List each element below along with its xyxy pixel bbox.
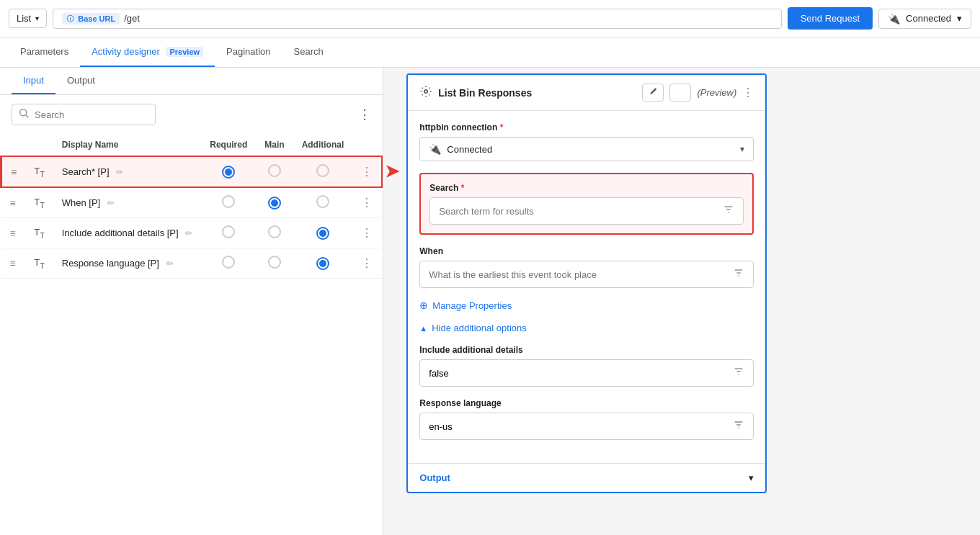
left-panel: Input Output ⋮ bbox=[0, 68, 383, 535]
edit-icon[interactable]: ✏ bbox=[107, 198, 115, 208]
when-section: When bbox=[419, 246, 754, 288]
panel-title: List Bin Responses bbox=[438, 87, 636, 99]
include-details-filter-icon[interactable] bbox=[733, 366, 744, 380]
manage-properties-button[interactable]: ⊕ Manage Properties bbox=[419, 300, 754, 311]
filter-icon-button[interactable] bbox=[723, 204, 734, 218]
tab-activity-designer[interactable]: Activity designer Preview bbox=[80, 37, 215, 67]
edit-icon[interactable]: ✏ bbox=[116, 167, 123, 177]
required-radio[interactable] bbox=[222, 225, 235, 238]
main-radio[interactable] bbox=[268, 225, 281, 238]
plug-icon: 🔌 bbox=[888, 13, 900, 24]
tab-parameters[interactable]: Parameters bbox=[9, 37, 80, 67]
sub-tabs: Input Output bbox=[0, 68, 383, 95]
include-details-input bbox=[419, 359, 754, 387]
hide-options-label: Hide additional options bbox=[432, 323, 527, 333]
additional-radio[interactable] bbox=[316, 227, 329, 240]
response-lang-label: Response language bbox=[419, 398, 754, 408]
drag-handle-icon[interactable]: ≡ bbox=[10, 228, 16, 239]
edit-icon[interactable]: ✏ bbox=[166, 258, 174, 269]
additional-radio[interactable] bbox=[316, 164, 329, 177]
tabs-bar: Parameters Activity designer Preview Pag… bbox=[0, 37, 980, 68]
output-section: Output ▾ bbox=[408, 463, 765, 492]
drag-handle-icon[interactable]: ≡ bbox=[10, 197, 16, 209]
when-input bbox=[419, 261, 754, 288]
row-menu-icon[interactable]: ⋮ bbox=[361, 257, 373, 269]
required-radio[interactable] bbox=[222, 166, 235, 179]
tab-pagination[interactable]: Pagination bbox=[215, 37, 282, 67]
type-icon: TT bbox=[34, 197, 45, 207]
main-radio[interactable] bbox=[268, 256, 281, 269]
include-details-label: Include additional details bbox=[419, 345, 754, 355]
row-menu-icon[interactable]: ⋮ bbox=[361, 227, 373, 239]
panel-body: httpbin connection * 🔌 Connected ▾ Searc… bbox=[408, 111, 765, 463]
when-label: When bbox=[419, 246, 754, 256]
col-additional: Additional bbox=[293, 134, 353, 156]
drag-handle-icon[interactable]: ≡ bbox=[10, 258, 16, 269]
more-panel-icon[interactable]: ⋮ bbox=[742, 86, 754, 99]
panel-header: List Bin Responses (Preview) ⋮ bbox=[408, 75, 765, 111]
edit-panel-button[interactable] bbox=[642, 84, 664, 102]
type-icon: TT bbox=[34, 227, 45, 238]
search-input-wrapper bbox=[12, 104, 156, 125]
drag-handle-icon[interactable]: ≡ bbox=[11, 166, 17, 178]
response-lang-field[interactable] bbox=[429, 421, 733, 432]
table-row: ≡ TT Search* [P] ✏ bbox=[1, 156, 383, 187]
response-lang-input bbox=[419, 413, 754, 440]
connection-label: httpbin connection * bbox=[419, 122, 754, 132]
connected-button[interactable]: 🔌 Connected ▾ bbox=[878, 9, 971, 29]
when-field-input[interactable] bbox=[429, 269, 733, 280]
chevron-up-icon: ▲ bbox=[419, 324, 427, 333]
list-dropdown[interactable]: List ▾ bbox=[9, 9, 47, 28]
delete-panel-button[interactable] bbox=[669, 84, 691, 102]
preview-badge: Preview bbox=[166, 47, 203, 57]
more-options-button[interactable]: ⋮ bbox=[358, 107, 371, 122]
param-name: Response language [P] bbox=[62, 258, 159, 269]
output-header[interactable]: Output ▾ bbox=[419, 472, 754, 483]
red-arrow-icon: ➤ bbox=[385, 161, 399, 181]
connected-label: Connected bbox=[906, 13, 951, 24]
required-star: * bbox=[500, 122, 504, 132]
required-star: * bbox=[461, 183, 465, 193]
main-radio[interactable] bbox=[268, 197, 281, 210]
main-radio[interactable] bbox=[268, 164, 281, 177]
caret-down-icon: ▾ bbox=[740, 144, 744, 154]
search-field-input bbox=[429, 197, 744, 225]
main-content: Input Output ⋮ bbox=[0, 68, 980, 535]
send-request-button[interactable]: Send Request bbox=[788, 7, 873, 30]
table-row: ≡ TT Include additional details [P] ✏ ⋮ bbox=[1, 218, 383, 248]
svg-point-0 bbox=[424, 89, 428, 93]
search-field-label: Search * bbox=[429, 183, 744, 193]
connection-select[interactable]: 🔌 Connected ▾ bbox=[419, 137, 754, 161]
when-filter-icon-button[interactable] bbox=[733, 267, 744, 282]
url-path: /get bbox=[124, 13, 140, 24]
row-menu-icon[interactable]: ⋮ bbox=[361, 166, 373, 178]
sub-tab-output[interactable]: Output bbox=[55, 68, 107, 94]
col-main: Main bbox=[256, 134, 293, 156]
include-details-field[interactable] bbox=[429, 368, 733, 379]
search-term-input[interactable] bbox=[439, 206, 723, 217]
type-icon: TT bbox=[34, 257, 45, 268]
search-input[interactable] bbox=[35, 109, 148, 120]
param-name: Search* [P] bbox=[62, 166, 110, 177]
sub-tab-input[interactable]: Input bbox=[12, 68, 55, 94]
required-radio[interactable] bbox=[222, 256, 235, 269]
response-lang-filter-icon[interactable] bbox=[733, 419, 744, 433]
additional-radio[interactable] bbox=[316, 257, 329, 270]
hide-additional-options-button[interactable]: ▲ Hide additional options bbox=[419, 323, 754, 333]
preview-label: (Preview) bbox=[697, 87, 736, 98]
url-bar: Base URL /get bbox=[53, 9, 781, 29]
tab-search[interactable]: Search bbox=[282, 37, 335, 67]
base-url-label: Base URL bbox=[62, 13, 120, 24]
list-chevron-down-icon: ▾ bbox=[35, 14, 39, 22]
table-row: ≡ TT Response language [P] ✏ ⋮ bbox=[1, 248, 383, 279]
additional-radio[interactable] bbox=[316, 195, 329, 208]
param-table: Display Name Required Main Additional ≡ … bbox=[0, 134, 383, 279]
response-language-section: Response language bbox=[419, 398, 754, 440]
row-menu-icon[interactable]: ⋮ bbox=[361, 197, 373, 209]
right-panel: List Bin Responses (Preview) ⋮ httpbin c… bbox=[406, 73, 767, 493]
include-details-section: Include additional details bbox=[419, 345, 754, 387]
edit-icon[interactable]: ✏ bbox=[185, 228, 192, 238]
required-radio[interactable] bbox=[222, 195, 235, 208]
chevron-down-icon: ▾ bbox=[749, 472, 754, 483]
plus-circle-icon: ⊕ bbox=[419, 300, 428, 311]
